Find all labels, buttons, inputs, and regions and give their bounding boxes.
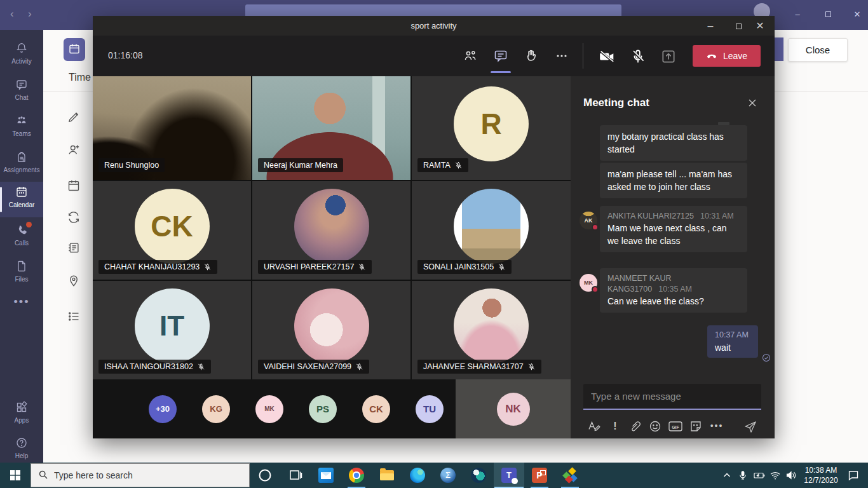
taskbar-clock[interactable]: 10:38 AM 12/7/2020 [798, 465, 844, 485]
participant-name-tag: CHAHAT KHANIJAU31293 [98, 260, 217, 274]
participant-tile[interactable]: Renu Shungloo [93, 76, 251, 180]
toolbar-divider [583, 43, 583, 69]
participant-tile[interactable]: IT ISHAA TAINGOUR31802 [93, 281, 251, 379]
more-actions-button[interactable] [552, 48, 571, 65]
notes-icon [67, 241, 80, 254]
participant-tile[interactable]: VAIDEHI SAXENA27099 [252, 281, 410, 379]
meeting-titlebar[interactable]: sport activity – ✕ [93, 16, 775, 36]
rail-item-help[interactable]: Help [0, 433, 43, 466]
taskbar-app-spss[interactable]: Σ [433, 463, 463, 488]
format-button[interactable] [587, 419, 602, 435]
calendar-app-button[interactable] [64, 38, 85, 61]
participant-tile[interactable]: JAHANVEE SHARMA31707 [412, 281, 571, 379]
meeting-close-button[interactable]: ✕ [746, 16, 774, 36]
taskbar-app-mail[interactable] [311, 463, 341, 488]
avatar[interactable]: AK [580, 212, 597, 229]
tray-volume-icon[interactable] [785, 470, 797, 480]
pencil-icon [67, 109, 80, 122]
nav-back-icon[interactable]: ‹ [10, 8, 14, 20]
taskbar-app-cubes[interactable] [555, 463, 585, 488]
muted-mic-icon [454, 161, 463, 170]
show-participants-button[interactable] [461, 48, 480, 65]
chat-message[interactable]: ANKITA KULHARI2712510:31 AM Mam we have … [600, 206, 747, 252]
video-stage: Renu Shungloo Neeraj Kumar Mehra R RAMTA… [93, 76, 571, 438]
checklist-button[interactable] [67, 310, 81, 324]
chat-message-self[interactable]: 10:37 AM wait [707, 325, 758, 358]
avatar[interactable]: KG [202, 395, 230, 423]
taskbar-app-edge[interactable] [402, 463, 433, 488]
participant-tile[interactable]: SONALI JAIN31505 [412, 181, 571, 280]
avatar[interactable]: CK [362, 395, 390, 423]
participant-tile[interactable]: URVASHI PAREEK27157 [252, 181, 410, 280]
camera-toggle-button[interactable] [597, 48, 616, 65]
emoji-button[interactable] [648, 419, 663, 435]
compose-more-button[interactable]: ••• [709, 419, 724, 435]
participant-tile[interactable]: R RAMTA [412, 76, 571, 180]
add-person-button[interactable] [67, 144, 81, 158]
attach-button[interactable] [628, 419, 643, 435]
chat-close-button[interactable] [747, 98, 760, 111]
more-participants-badge[interactable]: +30 [149, 395, 177, 423]
taskbar-app-chrome[interactable] [341, 463, 372, 488]
location-button[interactable] [67, 274, 81, 288]
participant-tile[interactable]: CK CHAHAT KHANIJAU31293 [93, 181, 251, 280]
main-close-button[interactable]: ✕ [850, 9, 864, 20]
calendar-tool-button[interactable] [67, 179, 81, 193]
taskbar-app-teams[interactable]: T [494, 463, 524, 488]
task-view-icon [288, 468, 303, 483]
mic-toggle-button[interactable] [628, 48, 648, 65]
share-screen-button[interactable] [659, 48, 678, 65]
nav-forward-icon[interactable]: › [28, 8, 32, 20]
participant-tile[interactable]: Neeraj Kumar Mehra [252, 76, 410, 180]
participant-tile[interactable]: NK [456, 379, 571, 438]
rail-item-activity[interactable]: Activity [0, 38, 43, 71]
taskbar-app-file-explorer[interactable] [372, 463, 402, 488]
taskbar-app-powerpoint[interactable]: P [524, 463, 555, 488]
chat-message[interactable]: my botany practical class has started [600, 125, 747, 161]
chat-message[interactable]: MANMEET KAUR KANG3170010:35 AM Can we le… [600, 268, 747, 313]
rail-item-teams[interactable]: Teams [0, 111, 43, 144]
avatar[interactable]: MK [580, 274, 597, 292]
main-maximize-button[interactable] [821, 9, 835, 20]
taskbar-app-orb[interactable] [463, 463, 494, 488]
sticker-button[interactable] [689, 419, 704, 435]
partially-hidden-button[interactable] [775, 37, 783, 61]
rail-item-chat[interactable]: Chat [0, 74, 43, 107]
action-center-button[interactable] [848, 470, 859, 484]
tray-battery-icon[interactable] [753, 470, 764, 480]
avatar[interactable]: TU [416, 395, 444, 423]
cortana-button[interactable] [250, 463, 280, 488]
taskbar-search-input[interactable] [31, 463, 250, 487]
format-icon [587, 419, 601, 433]
send-button[interactable] [743, 419, 759, 435]
chat-message[interactable]: ma'am please tell ... ma'am has asked me… [600, 163, 747, 198]
avatar[interactable]: PS [309, 395, 337, 423]
close-page-button[interactable]: Close [788, 38, 848, 62]
rail-item-files[interactable]: Files [0, 256, 43, 289]
rail-item-calls[interactable]: Calls [0, 220, 43, 253]
mic-off-icon [630, 48, 646, 65]
rail-item-more[interactable]: ••• [0, 289, 43, 315]
raise-hand-button[interactable] [522, 48, 541, 65]
main-minimize-button[interactable]: – [790, 9, 804, 20]
meeting-minimize-button[interactable]: – [696, 16, 724, 36]
tray-wifi-icon[interactable] [770, 470, 781, 480]
edit-tool-button[interactable] [67, 109, 81, 123]
meeting-toolbar: 01:16:08 [93, 36, 775, 76]
chat-message-input[interactable] [583, 384, 761, 410]
sync-button[interactable] [67, 211, 81, 225]
gif-button[interactable]: GIF [668, 419, 683, 435]
tray-mic-icon[interactable] [738, 470, 749, 480]
importance-button[interactable]: ! [607, 419, 623, 435]
tray-show-hidden-button[interactable] [722, 470, 733, 480]
rail-item-assignments[interactable]: Assignments [0, 147, 43, 180]
start-button[interactable] [0, 463, 31, 488]
leave-button[interactable]: Leave [693, 45, 761, 67]
participant-name-tag: Renu Shungloo [98, 158, 165, 172]
notes-button[interactable] [67, 241, 81, 255]
show-chat-button[interactable] [491, 48, 510, 65]
task-view-button[interactable] [280, 463, 311, 488]
rail-item-apps[interactable]: Apps [0, 397, 43, 430]
avatar[interactable]: MK [255, 395, 283, 423]
rail-item-calendar[interactable]: Calendar [0, 182, 43, 217]
